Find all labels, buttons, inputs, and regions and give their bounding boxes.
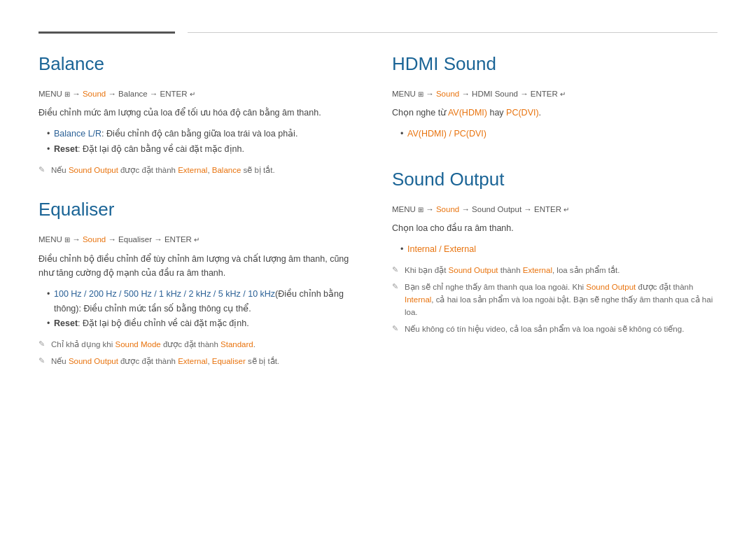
equaliser-sound-link: Sound xyxy=(83,235,106,244)
balance-menu-path: MENU ⊞ → Sound → Balance → ENTER ↵ xyxy=(38,87,364,100)
equaliser-menu-icon: ⊞ xyxy=(64,236,70,244)
hdmi-pc-label: PC(DVI) xyxy=(506,108,539,118)
sound-output-bullets: Internal / External xyxy=(392,242,718,257)
sound-output-menu-path: MENU ⊞ → Sound → Sound Output → ENTER ↵ xyxy=(392,203,718,216)
balance-note-sound-output: Sound Output xyxy=(69,166,118,174)
col-left: Balance MENU ⊞ → Sound → Balance → ENTER… xyxy=(38,53,364,371)
balance-reset-label: Reset xyxy=(54,144,78,154)
hdmi-sound-title: HDMI Sound xyxy=(392,53,718,75)
hdmi-sound-bullets: AV(HDMI) / PC(DVI) xyxy=(392,127,718,141)
top-dividers xyxy=(0,31,756,34)
eq-note1-standard: Standard xyxy=(220,340,253,349)
hdmi-av-pc-option: AV(HDMI) / PC(DVI) xyxy=(407,129,486,139)
sound-output-section: Sound Output MENU ⊞ → Sound → Sound Outp… xyxy=(392,169,718,336)
equaliser-hz-values: 100 Hz / 200 Hz / 500 Hz / 1 kHz / 2 kHz… xyxy=(54,289,275,299)
equaliser-note1: Chỉ khả dụng khi Sound Mode được đặt thà… xyxy=(38,338,364,351)
divider-right xyxy=(188,32,718,33)
eq-note2-output: Sound Output xyxy=(69,357,118,365)
equaliser-reset-desc: : Đặt lại bộ điều chỉnh về cài đặt mặc đ… xyxy=(78,318,249,328)
balance-lr-desc: : Điều chỉnh độ cân bằng giữa loa trái v… xyxy=(102,129,298,139)
so-menu-icon: ⊞ xyxy=(418,206,424,213)
balance-sound-link: Sound xyxy=(83,90,106,98)
hdmi-sound-link: Sound xyxy=(436,90,459,98)
eq-note2-external: External xyxy=(178,357,207,365)
hdmi-sound-description: Chọn nghe từ AV(HDMI) hay PC(DVI). xyxy=(392,106,718,120)
equaliser-description: Điều chỉnh bộ điều chỉnh để tùy chỉnh âm… xyxy=(38,252,364,280)
so-note1-external: External xyxy=(523,266,552,274)
sound-output-note1: Khi bạn đặt Sound Output thành External,… xyxy=(392,264,718,276)
equaliser-menu-path: MENU ⊞ → Sound → Equaliser → ENTER ↵ xyxy=(38,233,364,246)
hdmi-av-label: AV(HDMI) xyxy=(448,108,487,118)
balance-note-external: External xyxy=(178,166,207,174)
balance-bullet-1: Balance L/R: Điều chỉnh độ cân bằng giữa… xyxy=(47,127,364,141)
hdmi-sound-section: HDMI Sound MENU ⊞ → Sound → HDMI Sound →… xyxy=(392,53,718,142)
balance-bullet-2: Reset: Đặt lại độ cân bằng về cài đặt mặ… xyxy=(47,142,364,157)
internal-external-option: Internal / External xyxy=(407,244,476,254)
eq-note1-mode: Sound Mode xyxy=(115,340,161,349)
divider-left xyxy=(38,31,175,34)
so-sound-link: Sound xyxy=(436,205,459,213)
equaliser-title: Equaliser xyxy=(38,199,364,220)
balance-menu-icon: ⊞ xyxy=(64,90,70,98)
equaliser-reset-label: Reset xyxy=(54,318,78,328)
hdmi-sound-menu-path: MENU ⊞ → Sound → HDMI Sound → ENTER ↵ xyxy=(392,87,718,100)
so-note1-output: Sound Output xyxy=(449,266,498,274)
balance-description: Điều chỉnh mức âm lượng của loa để tối ư… xyxy=(38,106,364,120)
equaliser-bullet-reset: Reset: Đặt lại bộ điều chỉnh về cài đặt … xyxy=(47,316,364,331)
equaliser-bullets: 100 Hz / 200 Hz / 500 Hz / 1 kHz / 2 kHz… xyxy=(38,287,364,332)
balance-note-balance: Balance xyxy=(212,166,241,174)
col-right: HDMI Sound MENU ⊞ → Sound → HDMI Sound →… xyxy=(392,53,718,371)
equaliser-note2: Nếu Sound Output được đặt thành External… xyxy=(38,355,364,367)
so-note2-output: Sound Output xyxy=(586,283,636,291)
balance-reset-desc: : Đặt lại độ cân bằng về cài đặt mặc địn… xyxy=(78,144,244,154)
sound-output-bullet-1: Internal / External xyxy=(400,242,718,257)
balance-lr-label: Balance L/R xyxy=(54,129,102,139)
sound-output-note2: Bạn sẽ chỉ nghe thấy âm thanh qua loa ng… xyxy=(392,281,718,319)
balance-section: Balance MENU ⊞ → Sound → Balance → ENTER… xyxy=(38,53,364,176)
hdmi-menu-icon: ⊞ xyxy=(418,90,424,98)
sound-output-note3: Nếu không có tín hiệu video, cả loa sản … xyxy=(392,323,718,335)
so-note2-internal: Internal xyxy=(405,295,431,304)
columns: Balance MENU ⊞ → Sound → Balance → ENTER… xyxy=(0,53,756,371)
balance-bullets: Balance L/R: Điều chỉnh độ cân bằng giữa… xyxy=(38,127,364,157)
sound-output-title: Sound Output xyxy=(392,169,718,190)
balance-note: Nếu Sound Output được đặt thành External… xyxy=(38,164,364,176)
hdmi-sound-bullet-1: AV(HDMI) / PC(DVI) xyxy=(400,127,718,141)
sound-output-description: Chọn loa cho đầu ra âm thanh. xyxy=(392,221,718,235)
equaliser-section: Equaliser MENU ⊞ → Sound → Equaliser → E… xyxy=(38,199,364,367)
eq-note2-eq: Equaliser xyxy=(212,357,246,365)
equaliser-bullet-hz: 100 Hz / 200 Hz / 500 Hz / 1 kHz / 2 kHz… xyxy=(47,287,364,317)
page-container: Balance MENU ⊞ → Sound → Balance → ENTER… xyxy=(0,31,756,534)
balance-title: Balance xyxy=(38,53,364,75)
